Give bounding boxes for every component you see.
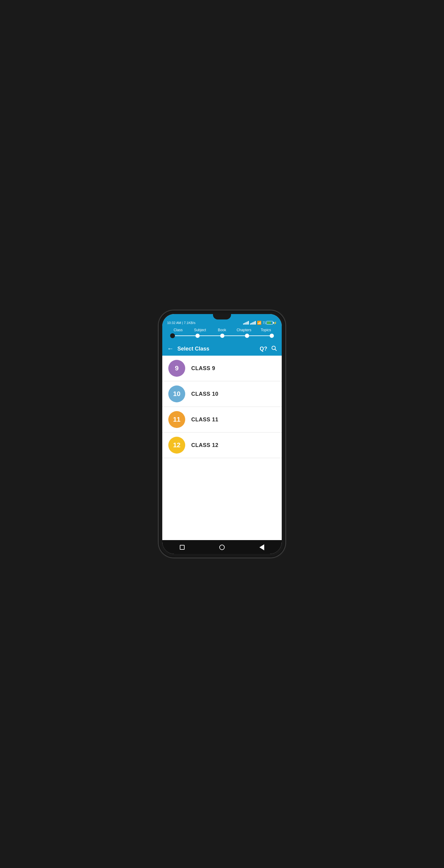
- back-button[interactable]: ←: [167, 345, 174, 352]
- class-badge-10: 10: [168, 385, 185, 402]
- stepper-dot-3[interactable]: [245, 334, 249, 338]
- class-badge-9: 9: [168, 360, 185, 377]
- status-icons: 📶 71 ⚡: [243, 321, 277, 325]
- class-list: 9 CLASS 9 10 CLASS 10 11 CLASS 11 12 CLA…: [162, 355, 282, 540]
- phone-frame: 10:32 AM | 7.1KB/s 📶: [159, 310, 285, 558]
- toolbar-title: Select Class: [177, 346, 256, 352]
- stepper-labels: Class Subject Book Chapters Topics: [167, 328, 277, 332]
- stepper-dot-1[interactable]: [196, 334, 200, 338]
- class-badge-12: 12: [168, 437, 185, 454]
- stepper-dot-2[interactable]: [220, 334, 225, 338]
- signal-icon: [243, 321, 249, 324]
- stepper-label-topics: Topics: [255, 328, 277, 332]
- back-icon: [259, 544, 264, 550]
- home-icon: [219, 545, 225, 550]
- stepper-label-class: Class: [167, 328, 189, 332]
- class-label-10: CLASS 10: [191, 391, 218, 397]
- class-item-10[interactable]: 10 CLASS 10: [162, 381, 282, 407]
- bottom-nav: [162, 540, 282, 554]
- nav-recents-button[interactable]: [178, 543, 186, 552]
- class-item-11[interactable]: 11 CLASS 11: [162, 407, 282, 433]
- class-label-11: CLASS 11: [191, 416, 218, 423]
- class-label-12: CLASS 12: [191, 442, 218, 448]
- stepper-dot-4[interactable]: [270, 334, 274, 338]
- nav-back-button[interactable]: [258, 543, 266, 552]
- class-item-12[interactable]: 12 CLASS 12: [162, 433, 282, 458]
- stepper-dots: [167, 333, 277, 338]
- class-item-9[interactable]: 9 CLASS 9: [162, 355, 282, 381]
- help-button[interactable]: Q?: [260, 346, 267, 352]
- recents-icon: [180, 545, 185, 550]
- svg-line-1: [275, 349, 276, 350]
- notch: [213, 314, 231, 319]
- search-button[interactable]: [271, 345, 277, 352]
- nav-home-button[interactable]: [218, 543, 226, 552]
- signal-icon-2: [250, 321, 256, 324]
- status-time: 10:32 AM | 7.1KB/s: [167, 321, 196, 324]
- stepper-label-book: Book: [211, 328, 233, 332]
- stepper-label-subject: Subject: [189, 328, 211, 332]
- class-badge-11: 11: [168, 411, 185, 428]
- stepper-label-chapters: Chapters: [233, 328, 255, 332]
- stepper-dot-0[interactable]: [170, 333, 175, 338]
- battery-icon: 71 ⚡: [263, 321, 277, 324]
- toolbar: ← Select Class Q?: [162, 342, 282, 355]
- class-label-9: CLASS 9: [191, 365, 215, 372]
- phone-screen: 10:32 AM | 7.1KB/s 📶: [162, 314, 282, 554]
- wifi-icon: 📶: [257, 321, 262, 325]
- stepper: Class Subject Book Chapters Topics: [162, 326, 282, 342]
